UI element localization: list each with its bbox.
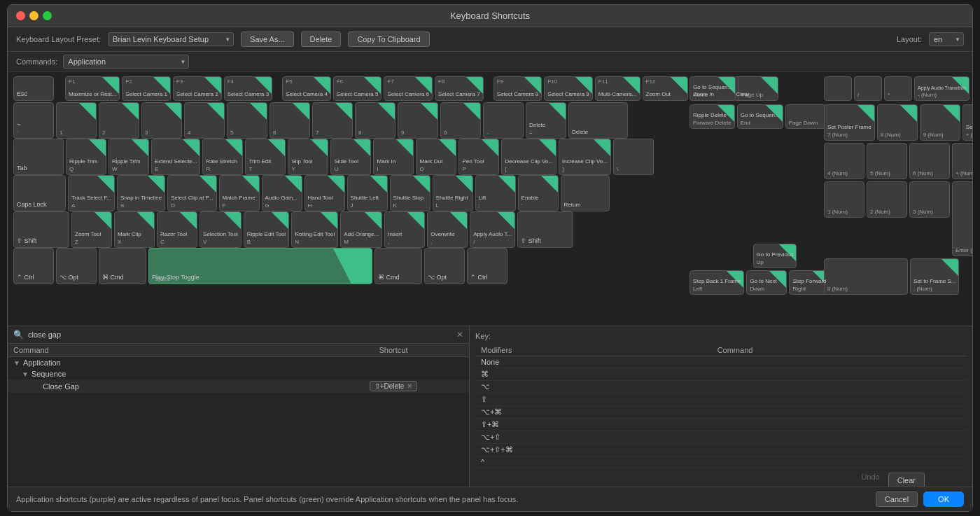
key-num2[interactable]: 2 (Num) bbox=[867, 181, 907, 218]
key-opt-l[interactable]: ⌥ Opt bbox=[56, 248, 97, 284]
mod-row-opt-shift-cmd[interactable]: ⌥+⇧+⌘ bbox=[475, 444, 967, 456]
key-num7[interactable]: Set Poster Frame 7 (Num) bbox=[824, 104, 875, 141]
key-j[interactable]: Shuttle Left J bbox=[347, 175, 388, 211]
key-num4[interactable]: 4 (Num) bbox=[824, 143, 864, 179]
key-ctrl-r[interactable]: ⌃ Ctrl bbox=[467, 248, 507, 284]
key-num-plus[interactable]: Sequence Settings... + (Num) bbox=[962, 104, 972, 141]
key-h[interactable]: Hand Tool H bbox=[304, 175, 345, 211]
key-semicolon[interactable]: Lift ; bbox=[475, 175, 516, 211]
search-input[interactable] bbox=[28, 330, 452, 339]
key-u[interactable]: Slide Tool U bbox=[330, 139, 371, 175]
key-k[interactable]: Shuttle Stop K bbox=[390, 175, 430, 211]
key-ctrl[interactable]: ⌃ Ctrl bbox=[13, 248, 54, 284]
tree-item-application[interactable]: ▼ Application bbox=[8, 357, 469, 368]
key-a[interactable]: Track Select F... A bbox=[68, 175, 115, 211]
key-minus[interactable]: - bbox=[483, 102, 524, 139]
key-m[interactable]: Add Orange... M bbox=[340, 211, 382, 248]
key-8[interactable]: 8 bbox=[355, 102, 396, 139]
maximize-button[interactable] bbox=[43, 11, 52, 20]
key-9[interactable]: 9 bbox=[398, 102, 438, 139]
key-z[interactable]: Zoom Tool Z bbox=[71, 211, 112, 248]
key-l[interactable]: Shuttle Right L bbox=[433, 175, 473, 211]
key-esc[interactable]: Esc bbox=[13, 76, 54, 101]
key-caps-lock[interactable]: Caps Lock bbox=[13, 175, 66, 211]
key-n[interactable]: Rolling Edit Tool N bbox=[291, 211, 338, 248]
key-num-plus2[interactable]: + (Num) bbox=[952, 143, 972, 179]
key-f3[interactable]: F3 Select Camera 2 bbox=[173, 76, 222, 101]
key-1[interactable]: 1 bbox=[56, 102, 97, 139]
cancel-button[interactable]: Cancel bbox=[876, 491, 918, 507]
key-p[interactable]: Pen Tool P bbox=[458, 139, 499, 175]
commands-select[interactable]: Application bbox=[63, 55, 189, 69]
key-slash[interactable]: Apply Audio T... / bbox=[470, 211, 515, 248]
key-6[interactable]: 6 bbox=[270, 102, 310, 139]
tree-item-close-gap[interactable]: Close Gap ⇧+Delete ✕ bbox=[8, 379, 469, 393]
close-button[interactable] bbox=[16, 11, 25, 20]
key-f12[interactable]: F12 Zoom Out bbox=[643, 76, 688, 101]
key-num-dot[interactable]: Set to Frame S... . (Num) bbox=[910, 258, 959, 295]
key-v[interactable]: Selection Tool V bbox=[200, 211, 241, 248]
key-t[interactable]: Trim Edit T bbox=[245, 139, 286, 175]
remove-shortcut-button[interactable]: ✕ bbox=[407, 382, 412, 390]
key-f9[interactable]: F9 Select Camera 8 bbox=[493, 76, 542, 101]
key-end[interactable]: Ripple Delete Forward Delete bbox=[690, 104, 735, 129]
key-end-2[interactable]: Go to Sequen... End bbox=[737, 104, 783, 129]
key-num3[interactable]: 3 (Num) bbox=[909, 181, 950, 218]
mod-row-opt-cmd[interactable]: ⌥+⌘ bbox=[475, 406, 967, 419]
mod-row-ctrl[interactable]: ^ bbox=[475, 456, 967, 468]
key-f8[interactable]: F8 Select Camera 7 bbox=[435, 76, 484, 101]
key-num6[interactable]: 6 (Num) bbox=[909, 143, 950, 179]
key-0[interactable]: 0 bbox=[440, 102, 481, 139]
key-num-enter[interactable]: Enter (Num) bbox=[952, 181, 972, 256]
ok-button[interactable]: OK bbox=[923, 491, 964, 507]
key-7[interactable]: 7 bbox=[312, 102, 353, 139]
key-tab[interactable]: Tab bbox=[13, 139, 64, 175]
save-as-button[interactable]: Save As... bbox=[241, 32, 294, 47]
key-f4[interactable]: F4 Select Camera 3 bbox=[224, 76, 273, 101]
key-period[interactable]: Overwrite . bbox=[427, 211, 468, 248]
key-backspace[interactable]: Delete bbox=[568, 102, 628, 139]
key-down[interactable]: Go to Next Down bbox=[746, 270, 787, 295]
mod-row-opt[interactable]: ⌥ bbox=[475, 381, 967, 393]
key-num-lock[interactable] bbox=[824, 76, 852, 101]
key-f5[interactable]: F5 Select Camera 4 bbox=[282, 76, 331, 101]
key-y[interactable]: Slip Tool Y bbox=[288, 139, 328, 175]
tree-item-sequence[interactable]: ▼ Sequence bbox=[8, 368, 469, 379]
key-opt-r[interactable]: ⌥ Opt bbox=[424, 248, 465, 284]
key-q[interactable]: Ripple Trim Q bbox=[66, 139, 106, 175]
key-page-down[interactable]: Page Down bbox=[785, 104, 826, 129]
key-return[interactable]: Return bbox=[561, 175, 610, 211]
key-backtick[interactable]: ~ ` bbox=[13, 102, 54, 139]
mod-row-cmd[interactable]: ⌘ bbox=[475, 368, 967, 381]
key-num9[interactable]: 9 (Num) bbox=[920, 104, 960, 141]
preset-select[interactable]: Brian Levin Keyboard Setup bbox=[108, 32, 234, 46]
key-num5[interactable]: 5 (Num) bbox=[867, 143, 907, 179]
key-g[interactable]: Audio Gain... G bbox=[262, 175, 302, 211]
key-num-div[interactable]: / bbox=[854, 76, 882, 101]
mod-row-shift[interactable]: ⇧ bbox=[475, 393, 967, 406]
key-s[interactable]: Snap in Timeline S bbox=[117, 175, 165, 211]
key-f[interactable]: Match Frame F bbox=[219, 175, 260, 211]
key-4[interactable]: 4 bbox=[184, 102, 225, 139]
key-f2[interactable]: F2 Select Camera 1 bbox=[122, 76, 171, 101]
key-cmd-l[interactable]: ⌘ Cmd bbox=[99, 248, 146, 284]
key-f11[interactable]: F11 Multi-Camera... bbox=[595, 76, 640, 101]
search-clear-button[interactable]: ✕ bbox=[456, 330, 463, 340]
key-2[interactable]: 2 bbox=[99, 102, 139, 139]
layout-select[interactable]: en bbox=[929, 32, 964, 46]
key-shift-right[interactable]: ⇧ Shift bbox=[517, 211, 573, 248]
key-f10[interactable]: F10 Select Camera 9 bbox=[544, 76, 593, 101]
delete-button[interactable]: Delete bbox=[301, 32, 342, 47]
key-5[interactable]: 5 bbox=[227, 102, 267, 139]
key-num1[interactable]: 1 (Num) bbox=[824, 181, 864, 218]
key-f1[interactable]: F1 Maximize or Rest... bbox=[65, 76, 120, 101]
key-f7[interactable]: F7 Select Camera 6 bbox=[384, 76, 433, 101]
mod-row-opt-shift[interactable]: ⌥+⇧ bbox=[475, 431, 967, 444]
minimize-button[interactable] bbox=[29, 11, 38, 20]
key-d[interactable]: Select Clip at P... D bbox=[167, 175, 216, 211]
key-f6[interactable]: F6 Select Camera 5 bbox=[333, 76, 382, 101]
key-num0[interactable]: 0 (Num) bbox=[824, 258, 908, 295]
key-o[interactable]: Mark Out O bbox=[416, 139, 456, 175]
key-up[interactable]: Go to Previous Up bbox=[753, 244, 797, 268]
key-cmd-r[interactable]: ⌘ Cmd bbox=[374, 248, 422, 284]
